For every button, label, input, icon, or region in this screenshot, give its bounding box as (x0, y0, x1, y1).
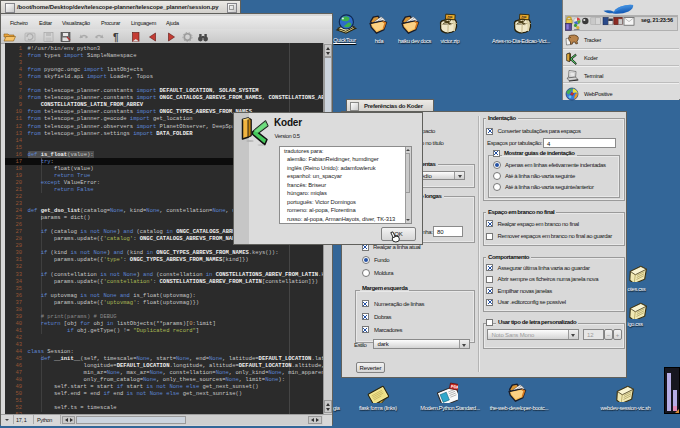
svg-text:¶: ¶ (113, 31, 119, 42)
